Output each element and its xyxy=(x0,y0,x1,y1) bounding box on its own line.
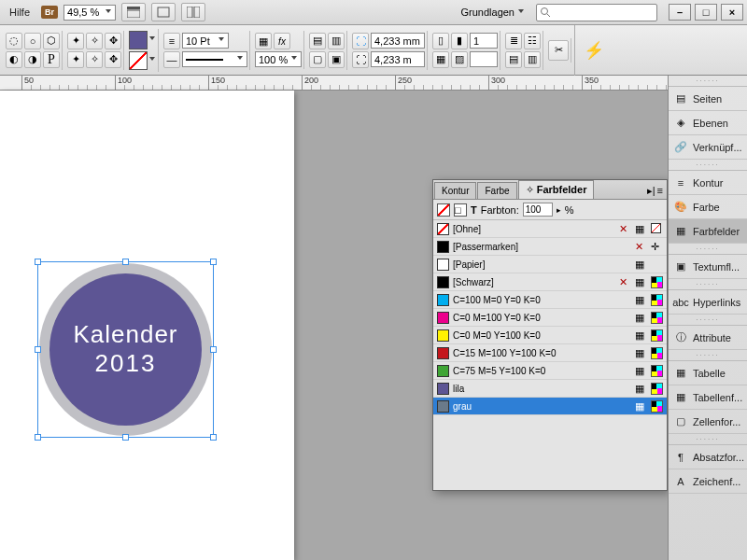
dock-item-textumfl[interactable]: ▣Textumfl... xyxy=(669,255,747,279)
fx-icon[interactable]: ▦ xyxy=(255,33,272,49)
window-controls: – □ × xyxy=(669,4,743,21)
fx-button[interactable]: fx xyxy=(274,33,290,49)
resize-handle[interactable] xyxy=(35,434,41,441)
view-options-button[interactable] xyxy=(121,3,146,21)
tool-icon[interactable]: ⬡ xyxy=(43,33,60,49)
tool-icon[interactable]: ◑ xyxy=(24,51,41,68)
dock-item-hyperlinks[interactable]: abcHyperlinks xyxy=(669,290,747,315)
tool-icon[interactable]: ◌ xyxy=(6,33,22,49)
swatch-row[interactable]: [Passermarken]✕✛ xyxy=(433,238,667,256)
selected-object[interactable]: Kalender 2013 xyxy=(39,263,212,436)
text-target-icon[interactable]: T xyxy=(471,204,477,216)
swatch-row[interactable]: grau▦ xyxy=(433,398,667,415)
frame-fit-icon[interactable]: ⛶ xyxy=(352,33,369,49)
resize-handle[interactable] xyxy=(210,346,217,353)
resize-handle[interactable] xyxy=(122,259,129,265)
quick-apply-icon[interactable]: ⚡ xyxy=(574,25,612,76)
align-icon[interactable]: ▤ xyxy=(309,33,326,49)
dim-input[interactable]: 4,233 m xyxy=(371,51,425,67)
dropdown-arrow-icon[interactable] xyxy=(149,57,156,63)
maximize-button[interactable]: □ xyxy=(695,4,717,21)
anchor-icon[interactable]: ✧ xyxy=(86,51,103,68)
fill-swatch-icon[interactable] xyxy=(437,203,450,217)
tint-input[interactable] xyxy=(523,203,553,217)
panel-menu-icon[interactable]: ≡ xyxy=(657,185,663,197)
resize-handle[interactable] xyxy=(35,259,41,265)
tab-kontur[interactable]: Kontur xyxy=(434,182,476,199)
anchor-icon[interactable]: ✦ xyxy=(67,33,84,49)
tool-icon[interactable]: ○ xyxy=(24,33,41,49)
formatting-container-icon[interactable]: □ xyxy=(454,203,467,217)
menu-help[interactable]: Hilfe xyxy=(4,4,35,21)
swatch-row[interactable]: C=75 M=5 Y=100 K=0▦ xyxy=(433,362,667,380)
dock-item-tabellenf[interactable]: ▦Tabellenf... xyxy=(669,385,747,410)
swatch-row[interactable]: lila▦ xyxy=(433,380,667,398)
misc-icon[interactable]: ▤ xyxy=(505,51,522,68)
tab-farbe[interactable]: Farbe xyxy=(477,182,516,199)
count-input[interactable]: 1 xyxy=(470,33,498,49)
dock-item-zellenfor[interactable]: ▢Zellenfor... xyxy=(669,410,747,434)
swatches-panel[interactable]: Kontur Farbe ✧ Farbfelder ▸|≡ □ T Farbto… xyxy=(432,179,668,491)
stroke-icon[interactable]: ≡ xyxy=(163,33,180,49)
grid-icon[interactable]: ▨ xyxy=(451,51,468,68)
column-icon[interactable]: ▮ xyxy=(451,33,468,49)
dock-item-tabelle[interactable]: ▦Tabelle xyxy=(669,361,747,385)
swatch-row[interactable]: [Schwarz]✕▦ xyxy=(433,273,667,291)
dock-item-icon: ▦ xyxy=(673,366,688,381)
dock-item-absatzfor[interactable]: ¶Absatzfor... xyxy=(669,445,747,469)
grid-icon[interactable]: ▦ xyxy=(432,51,449,68)
opacity-input[interactable]: 100 % xyxy=(255,51,302,67)
column-icon[interactable]: ▯ xyxy=(432,33,449,49)
dock-item-zeichenf[interactable]: AZeichenf... xyxy=(669,469,747,494)
stroke-swatch[interactable] xyxy=(129,51,148,70)
dock-item-farbe[interactable]: 🎨Farbe xyxy=(669,195,747,219)
frame-fit-icon[interactable]: ⛶ xyxy=(352,51,369,68)
arrange-button[interactable] xyxy=(181,3,205,21)
screen-mode-button[interactable] xyxy=(151,3,176,21)
bridge-icon[interactable]: Br xyxy=(41,6,58,19)
workspace-switcher[interactable]: Grundlagen xyxy=(456,5,531,20)
misc-icon[interactable]: ☷ xyxy=(524,33,541,49)
swatch-row[interactable]: C=0 M=100 Y=0 K=0▦ xyxy=(433,309,667,327)
wrap-none-icon[interactable]: ▢ xyxy=(309,51,326,68)
stroke-style-icon[interactable]: — xyxy=(163,51,180,68)
search-input[interactable] xyxy=(536,4,657,21)
dock-item-seiten[interactable]: ▤Seiten xyxy=(669,87,747,111)
count-input[interactable] xyxy=(470,51,498,67)
swatch-row[interactable]: [Ohne]✕▦ xyxy=(433,220,667,238)
dock-item-attribute[interactable]: ⓘAttribute xyxy=(669,326,747,350)
swatch-row[interactable]: C=0 M=0 Y=100 K=0▦ xyxy=(433,327,667,344)
anchor-icon[interactable]: ✦ xyxy=(67,51,84,68)
dock-item-verknpf[interactable]: 🔗Verknüpf... xyxy=(669,135,747,160)
anchor-icon[interactable]: ✥ xyxy=(105,51,121,68)
fill-swatch[interactable] xyxy=(129,31,148,49)
crop-icon[interactable]: ✂ xyxy=(548,40,569,61)
dropdown-arrow-icon[interactable] xyxy=(149,36,156,43)
anchor-icon[interactable]: ✥ xyxy=(105,33,121,49)
stroke-style-select[interactable] xyxy=(182,51,247,67)
resize-handle[interactable] xyxy=(210,434,217,441)
close-button[interactable]: × xyxy=(721,4,743,21)
zoom-level[interactable]: 49,5 % xyxy=(63,5,116,21)
dock-item-kontur[interactable]: ≡Kontur xyxy=(669,171,747,195)
resize-handle[interactable] xyxy=(35,346,41,353)
dock-item-ebenen[interactable]: ◈Ebenen xyxy=(669,111,747,135)
minimize-button[interactable]: – xyxy=(669,4,691,21)
swatch-row[interactable]: C=15 M=100 Y=100 K=0▦ xyxy=(433,344,667,362)
tool-p-icon[interactable]: P xyxy=(43,51,60,68)
anchor-icon[interactable]: ✧ xyxy=(86,33,103,49)
misc-icon[interactable]: ▥ xyxy=(524,51,541,68)
swatch-row[interactable]: C=100 M=0 Y=0 K=0▦ xyxy=(433,291,667,309)
tool-icon[interactable]: ◐ xyxy=(6,51,22,68)
collapse-icon[interactable]: ▸| xyxy=(647,185,655,197)
resize-handle[interactable] xyxy=(210,259,217,265)
dock-item-farbfelder[interactable]: ▦Farbfelder xyxy=(669,219,747,244)
wrap-icon[interactable]: ▣ xyxy=(328,51,345,68)
align-icon[interactable]: ▥ xyxy=(328,33,345,49)
resize-handle[interactable] xyxy=(122,434,129,441)
swatch-row[interactable]: [Papier]▦ xyxy=(433,256,667,273)
dim-input[interactable]: 4,233 mm xyxy=(371,33,425,49)
stroke-weight-input[interactable]: 10 Pt xyxy=(182,33,229,49)
misc-icon[interactable]: ≣ xyxy=(505,33,522,49)
tab-farbfelder[interactable]: ✧ Farbfelder xyxy=(518,180,595,199)
